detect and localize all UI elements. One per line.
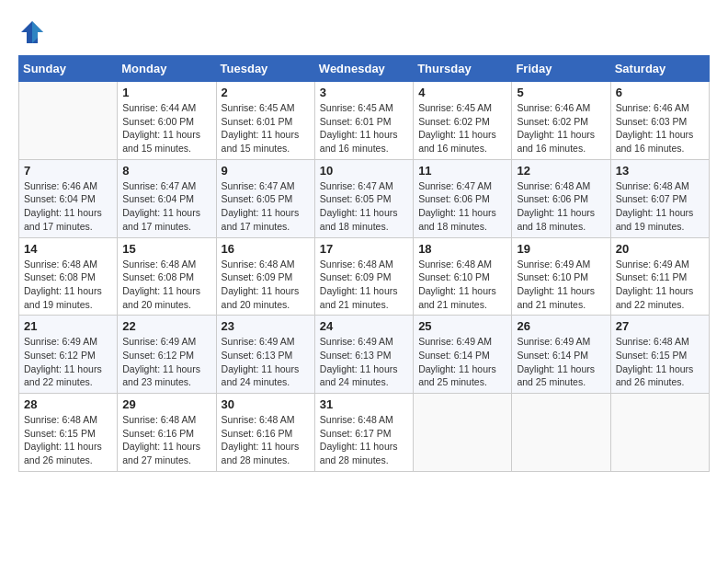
calendar-week-row: 21Sunrise: 6:49 AMSunset: 6:12 PMDayligh…	[19, 316, 710, 394]
weekday-header-friday: Friday	[512, 56, 610, 82]
calendar-week-row: 1Sunrise: 6:44 AMSunset: 6:00 PMDaylight…	[19, 82, 710, 160]
day-number: 20	[616, 242, 704, 256]
calendar-day-cell: 2Sunrise: 6:45 AMSunset: 6:01 PMDaylight…	[216, 82, 314, 160]
day-info: Sunrise: 6:47 AMSunset: 6:05 PMDaylight:…	[320, 179, 408, 234]
calendar-day-cell: 18Sunrise: 6:48 AMSunset: 6:10 PMDayligh…	[414, 237, 512, 316]
day-number: 31	[320, 397, 408, 411]
calendar-day-cell: 1Sunrise: 6:44 AMSunset: 6:00 PMDaylight…	[118, 82, 216, 160]
day-info: Sunrise: 6:47 AMSunset: 6:05 PMDaylight:…	[222, 179, 310, 234]
calendar-day-cell: 30Sunrise: 6:48 AMSunset: 6:16 PMDayligh…	[216, 394, 314, 472]
day-info: Sunrise: 6:48 AMSunset: 6:08 PMDaylight:…	[24, 258, 112, 312]
day-number: 18	[418, 242, 506, 256]
day-number: 26	[517, 319, 605, 333]
calendar-table: SundayMondayTuesdayWednesdayThursdayFrid…	[18, 55, 710, 472]
calendar-day-cell: 17Sunrise: 6:48 AMSunset: 6:09 PMDayligh…	[314, 237, 413, 316]
day-number: 15	[122, 242, 210, 256]
calendar-day-cell: 11Sunrise: 6:47 AMSunset: 6:06 PMDayligh…	[414, 159, 512, 237]
day-number: 2	[222, 86, 310, 99]
day-info: Sunrise: 6:48 AMSunset: 6:15 PMDaylight:…	[24, 413, 112, 467]
day-info: Sunrise: 6:48 AMSunset: 6:10 PMDaylight:…	[418, 258, 506, 312]
calendar-day-cell: 12Sunrise: 6:48 AMSunset: 6:06 PMDayligh…	[512, 159, 610, 237]
calendar-day-cell: 3Sunrise: 6:45 AMSunset: 6:01 PMDaylight…	[314, 82, 413, 160]
weekday-header-tuesday: Tuesday	[216, 56, 314, 82]
day-number: 21	[24, 319, 112, 333]
calendar-week-row: 7Sunrise: 6:46 AMSunset: 6:04 PMDaylight…	[19, 159, 710, 237]
day-info: Sunrise: 6:49 AMSunset: 6:10 PMDaylight:…	[517, 258, 605, 312]
day-number: 16	[222, 242, 310, 256]
day-number: 23	[222, 319, 310, 333]
calendar-day-cell: 6Sunrise: 6:46 AMSunset: 6:03 PMDaylight…	[610, 82, 709, 160]
day-number: 19	[517, 242, 605, 256]
day-number: 14	[24, 242, 112, 256]
calendar-day-cell: 10Sunrise: 6:47 AMSunset: 6:05 PMDayligh…	[314, 159, 413, 237]
day-number: 27	[616, 319, 704, 333]
day-number: 3	[320, 86, 408, 99]
day-number: 6	[616, 86, 704, 99]
day-number: 10	[320, 164, 408, 178]
day-info: Sunrise: 6:48 AMSunset: 6:09 PMDaylight:…	[222, 258, 310, 312]
day-number: 13	[616, 164, 704, 178]
calendar-day-cell: 27Sunrise: 6:48 AMSunset: 6:15 PMDayligh…	[610, 316, 709, 394]
weekday-header-wednesday: Wednesday	[314, 56, 413, 82]
day-number: 9	[222, 164, 310, 178]
day-info: Sunrise: 6:49 AMSunset: 6:12 PMDaylight:…	[122, 335, 210, 389]
calendar-day-cell: 9Sunrise: 6:47 AMSunset: 6:05 PMDaylight…	[216, 159, 314, 237]
day-info: Sunrise: 6:48 AMSunset: 6:15 PMDaylight:…	[616, 335, 704, 389]
calendar-day-cell: 13Sunrise: 6:48 AMSunset: 6:07 PMDayligh…	[610, 159, 709, 237]
day-info: Sunrise: 6:48 AMSunset: 6:08 PMDaylight:…	[122, 258, 210, 312]
logo	[18, 18, 50, 46]
day-info: Sunrise: 6:45 AMSunset: 6:01 PMDaylight:…	[320, 101, 408, 155]
calendar-day-cell: 29Sunrise: 6:48 AMSunset: 6:16 PMDayligh…	[118, 394, 216, 472]
calendar-day-cell: 19Sunrise: 6:49 AMSunset: 6:10 PMDayligh…	[512, 237, 610, 316]
calendar-day-cell	[19, 82, 118, 160]
day-info: Sunrise: 6:46 AMSunset: 6:03 PMDaylight:…	[616, 101, 704, 155]
calendar-day-cell: 7Sunrise: 6:46 AMSunset: 6:04 PMDaylight…	[19, 159, 118, 237]
day-number: 24	[320, 319, 408, 333]
calendar-day-cell: 23Sunrise: 6:49 AMSunset: 6:13 PMDayligh…	[216, 316, 314, 394]
calendar-day-cell: 22Sunrise: 6:49 AMSunset: 6:12 PMDayligh…	[118, 316, 216, 394]
day-number: 25	[418, 319, 506, 333]
calendar-day-cell: 5Sunrise: 6:46 AMSunset: 6:02 PMDaylight…	[512, 82, 610, 160]
day-number: 5	[517, 86, 605, 99]
day-info: Sunrise: 6:49 AMSunset: 6:14 PMDaylight:…	[517, 335, 605, 389]
day-number: 30	[222, 397, 310, 411]
weekday-header-saturday: Saturday	[610, 56, 709, 82]
day-number: 1	[122, 86, 210, 99]
calendar-day-cell	[512, 394, 610, 472]
calendar-day-cell: 28Sunrise: 6:48 AMSunset: 6:15 PMDayligh…	[19, 394, 118, 472]
weekday-header-sunday: Sunday	[19, 56, 118, 82]
day-number: 29	[122, 397, 210, 411]
calendar-day-cell: 26Sunrise: 6:49 AMSunset: 6:14 PMDayligh…	[512, 316, 610, 394]
day-info: Sunrise: 6:47 AMSunset: 6:06 PMDaylight:…	[418, 179, 506, 234]
day-info: Sunrise: 6:49 AMSunset: 6:11 PMDaylight:…	[616, 258, 704, 312]
day-info: Sunrise: 6:48 AMSunset: 6:16 PMDaylight:…	[122, 413, 210, 467]
page-header	[18, 18, 710, 46]
calendar-day-cell: 31Sunrise: 6:48 AMSunset: 6:17 PMDayligh…	[314, 394, 413, 472]
day-info: Sunrise: 6:49 AMSunset: 6:12 PMDaylight:…	[24, 335, 112, 389]
calendar-day-cell: 15Sunrise: 6:48 AMSunset: 6:08 PMDayligh…	[118, 237, 216, 316]
calendar-day-cell: 21Sunrise: 6:49 AMSunset: 6:12 PMDayligh…	[19, 316, 118, 394]
day-info: Sunrise: 6:49 AMSunset: 6:13 PMDaylight:…	[320, 335, 408, 389]
day-info: Sunrise: 6:47 AMSunset: 6:04 PMDaylight:…	[122, 179, 210, 234]
weekday-header-thursday: Thursday	[414, 56, 512, 82]
calendar-day-cell: 25Sunrise: 6:49 AMSunset: 6:14 PMDayligh…	[414, 316, 512, 394]
calendar-header-row: SundayMondayTuesdayWednesdayThursdayFrid…	[19, 56, 710, 82]
day-number: 7	[24, 164, 112, 178]
day-number: 17	[320, 242, 408, 256]
day-info: Sunrise: 6:49 AMSunset: 6:13 PMDaylight:…	[222, 335, 310, 389]
day-info: Sunrise: 6:45 AMSunset: 6:01 PMDaylight:…	[222, 101, 310, 155]
calendar-day-cell: 16Sunrise: 6:48 AMSunset: 6:09 PMDayligh…	[216, 237, 314, 316]
calendar-day-cell: 4Sunrise: 6:45 AMSunset: 6:02 PMDaylight…	[414, 82, 512, 160]
calendar-day-cell	[414, 394, 512, 472]
calendar-week-row: 28Sunrise: 6:48 AMSunset: 6:15 PMDayligh…	[19, 394, 710, 472]
calendar-day-cell: 24Sunrise: 6:49 AMSunset: 6:13 PMDayligh…	[314, 316, 413, 394]
day-info: Sunrise: 6:49 AMSunset: 6:14 PMDaylight:…	[418, 335, 506, 389]
day-number: 8	[122, 164, 210, 178]
calendar-week-row: 14Sunrise: 6:48 AMSunset: 6:08 PMDayligh…	[19, 237, 710, 316]
day-info: Sunrise: 6:48 AMSunset: 6:17 PMDaylight:…	[320, 413, 408, 467]
day-info: Sunrise: 6:48 AMSunset: 6:07 PMDaylight:…	[616, 179, 704, 234]
day-info: Sunrise: 6:44 AMSunset: 6:00 PMDaylight:…	[122, 101, 210, 155]
day-info: Sunrise: 6:46 AMSunset: 6:02 PMDaylight:…	[517, 101, 605, 155]
day-info: Sunrise: 6:48 AMSunset: 6:16 PMDaylight:…	[222, 413, 310, 467]
weekday-header-monday: Monday	[118, 56, 216, 82]
